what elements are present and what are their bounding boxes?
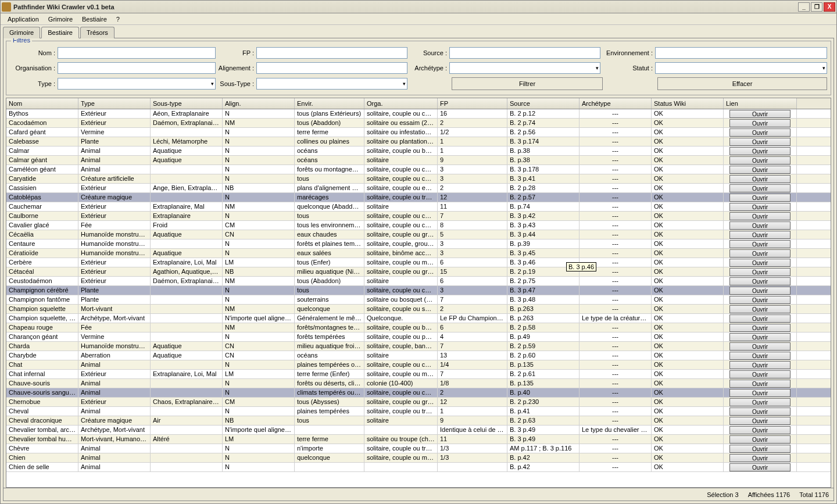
col-nom[interactable]: Nom bbox=[6, 98, 78, 109]
open-button[interactable]: Ouvrir bbox=[729, 426, 791, 434]
open-button[interactable]: Ouvrir bbox=[729, 398, 791, 406]
col-lien[interactable]: Lien bbox=[724, 98, 797, 109]
open-button[interactable]: Ouvrir bbox=[729, 119, 791, 127]
open-button[interactable]: Ouvrir bbox=[729, 305, 791, 313]
open-button[interactable]: Ouvrir bbox=[729, 463, 791, 471]
open-button[interactable]: Ouvrir bbox=[729, 277, 791, 285]
table-row[interactable]: Charançon géantVermineNforêts tempéréess… bbox=[6, 333, 831, 342]
open-button[interactable]: Ouvrir bbox=[729, 259, 791, 267]
table-row[interactable]: BythosExtérieurAéon, ExtraplanaireNtous … bbox=[6, 109, 831, 119]
open-button[interactable]: Ouvrir bbox=[729, 212, 791, 220]
open-button[interactable]: Ouvrir bbox=[729, 333, 791, 341]
open-button[interactable]: Ouvrir bbox=[729, 342, 791, 351]
input-source[interactable] bbox=[449, 47, 600, 59]
open-button[interactable]: Ouvrir bbox=[729, 138, 791, 146]
table-row[interactable]: Chat infernalExtérieurExtraplanaire, Loi… bbox=[6, 370, 831, 379]
col-align[interactable]: Align. bbox=[223, 98, 295, 109]
col-arch[interactable]: Archétype bbox=[580, 98, 652, 109]
table-row[interactable]: ChevalAnimalNplaines tempéréessolitaire,… bbox=[6, 407, 831, 416]
table-row[interactable]: Cheval draconiqueCréature magiqueAirNBto… bbox=[6, 416, 831, 426]
table-row[interactable]: CécaëliaHumanoïde monstrueuxAquatiqueCNe… bbox=[6, 230, 831, 240]
open-button[interactable]: Ouvrir bbox=[729, 240, 791, 248]
open-button[interactable]: Ouvrir bbox=[729, 184, 791, 192]
col-envir[interactable]: Envir. bbox=[295, 98, 364, 109]
menu-application[interactable]: Application bbox=[3, 15, 44, 24]
open-button[interactable]: Ouvrir bbox=[729, 147, 791, 155]
table-row[interactable]: Cavalier glacéFéeFroidCMtous les environ… bbox=[6, 221, 831, 230]
close-button[interactable]: X bbox=[824, 2, 835, 12]
table-row[interactable]: CentaureHumanoïde monstrueuxNforêts et p… bbox=[6, 240, 831, 249]
table-row[interactable]: CatoblépasCréature magiqueNmarécagessoli… bbox=[6, 193, 831, 202]
table-row[interactable]: Champion squeletteMort-vivantNMquelconqu… bbox=[6, 305, 831, 314]
table-row[interactable]: Champion squelette, ar...Archétype, Mort… bbox=[6, 314, 831, 323]
open-button[interactable]: Ouvrir bbox=[729, 249, 791, 258]
table-row[interactable]: Champignon fantômePlanteNsouterrainssoli… bbox=[6, 295, 831, 305]
table-row[interactable]: CerbèreExtérieurExtraplanaire, Loi, MalL… bbox=[6, 258, 831, 267]
open-button[interactable]: Ouvrir bbox=[729, 314, 791, 323]
table-row[interactable]: CeustodaémonExtérieurDaémon, Extraplanai… bbox=[6, 277, 831, 286]
input-env[interactable] bbox=[655, 47, 827, 59]
table-row[interactable]: Chapeau rougeFéeNMforêts/montagnes temp.… bbox=[6, 323, 831, 333]
open-button[interactable]: Ouvrir bbox=[729, 110, 791, 118]
open-button[interactable]: Ouvrir bbox=[729, 408, 791, 416]
col-status[interactable]: Status Wiki bbox=[652, 98, 724, 109]
table-row[interactable]: Chevalier tombal humainMort-vivant, Huma… bbox=[6, 435, 831, 444]
table-row[interactable]: Chauve-sourisAnimalNforêts ou déserts, c… bbox=[6, 379, 831, 388]
col-soustype[interactable]: Sous-type bbox=[151, 98, 223, 109]
table-row[interactable]: Cafard géantVermineNterre fermesolitaire… bbox=[6, 128, 831, 137]
table-row[interactable]: ChatAnimalNplaines tempérées ou c...soli… bbox=[6, 360, 831, 370]
table-row[interactable]: CacodaémonExtérieurDaémon, Extraplanaire… bbox=[6, 119, 831, 128]
open-button[interactable]: Ouvrir bbox=[729, 221, 791, 230]
open-button[interactable]: Ouvrir bbox=[729, 287, 791, 295]
open-button[interactable]: Ouvrir bbox=[729, 175, 791, 183]
maximize-button[interactable]: ❐ bbox=[811, 2, 822, 12]
table-row[interactable]: Chauve-souris sanguin...AnimalNclimats t… bbox=[6, 388, 831, 398]
table-row[interactable]: CalmarAnimalAquatiqueNocéanssolitaire, c… bbox=[6, 146, 831, 156]
table-row[interactable]: CétacéalExtérieurAgathion, Aquatique, B.… bbox=[6, 267, 831, 277]
open-button[interactable]: Ouvrir bbox=[729, 324, 791, 332]
table-row[interactable]: Caméléon géantAnimalNforêts ou montagnes… bbox=[6, 165, 831, 174]
select-type[interactable] bbox=[58, 78, 216, 90]
open-button[interactable]: Ouvrir bbox=[729, 445, 791, 453]
table-row[interactable]: CassisienExtérieurAnge, Bien, Extraplana… bbox=[6, 184, 831, 193]
col-type[interactable]: Type bbox=[78, 98, 151, 109]
table-row[interactable]: Champignon cérébréPlanteNtoussolitaire, … bbox=[6, 286, 831, 295]
table-row[interactable]: ChernobueExtérieurChaos, Extraplanaire, … bbox=[6, 398, 831, 407]
input-fp[interactable] bbox=[256, 47, 407, 59]
table-row[interactable]: CaulborneExtérieurExtraplanaireNtoussoli… bbox=[6, 212, 831, 221]
open-button[interactable]: Ouvrir bbox=[729, 370, 791, 378]
tab-grimoire[interactable]: Grimoire bbox=[3, 27, 40, 38]
table-row[interactable]: CalebassePlanteLéchi, MétamorpheNcolline… bbox=[6, 137, 831, 146]
clear-button[interactable]: Effacer bbox=[657, 77, 827, 90]
open-button[interactable]: Ouvrir bbox=[729, 156, 791, 165]
open-button[interactable]: Ouvrir bbox=[729, 380, 791, 388]
tab-bestiaire[interactable]: Bestiaire bbox=[41, 27, 79, 38]
col-fp[interactable]: FP bbox=[438, 98, 507, 109]
filter-button[interactable]: Filtrer bbox=[452, 77, 603, 90]
table-row[interactable]: CauchemarExtérieurExtraplanaire, MalNMqu… bbox=[6, 202, 831, 212]
open-button[interactable]: Ouvrir bbox=[729, 454, 791, 462]
menu-bestiaire[interactable]: Bestiaire bbox=[77, 15, 112, 24]
menu-grimoire[interactable]: Grimoire bbox=[44, 15, 77, 24]
open-button[interactable]: Ouvrir bbox=[729, 417, 791, 425]
input-align[interactable] bbox=[256, 62, 407, 74]
table-row[interactable]: ChardaHumanoïde monstrueuxAquatiqueCNmil… bbox=[6, 342, 831, 351]
open-button[interactable]: Ouvrir bbox=[729, 435, 791, 444]
select-soustype[interactable] bbox=[256, 78, 407, 90]
table-row[interactable]: CaryatideCréature artificielleNtoussolit… bbox=[6, 174, 831, 184]
open-button[interactable]: Ouvrir bbox=[729, 128, 791, 137]
open-button[interactable]: Ouvrir bbox=[729, 268, 791, 276]
tab-tresors[interactable]: Trésors bbox=[80, 27, 115, 38]
open-button[interactable]: Ouvrir bbox=[729, 352, 791, 360]
open-button[interactable]: Ouvrir bbox=[729, 389, 791, 397]
open-button[interactable]: Ouvrir bbox=[729, 361, 791, 369]
input-nom[interactable] bbox=[58, 47, 216, 59]
open-button[interactable]: Ouvrir bbox=[729, 166, 791, 174]
col-source[interactable]: Source bbox=[507, 98, 580, 109]
input-orga[interactable] bbox=[58, 62, 216, 74]
table-row[interactable]: CharybdeAberrationAquatiqueCNocéanssolit… bbox=[6, 351, 831, 360]
open-button[interactable]: Ouvrir bbox=[729, 194, 791, 202]
table-row[interactable]: Chevalier tombal, arch...Archétype, Mort… bbox=[6, 426, 831, 435]
open-button[interactable]: Ouvrir bbox=[729, 203, 791, 211]
table-row[interactable]: ChienAnimalNquelconquesolitaire, couple … bbox=[6, 453, 831, 463]
